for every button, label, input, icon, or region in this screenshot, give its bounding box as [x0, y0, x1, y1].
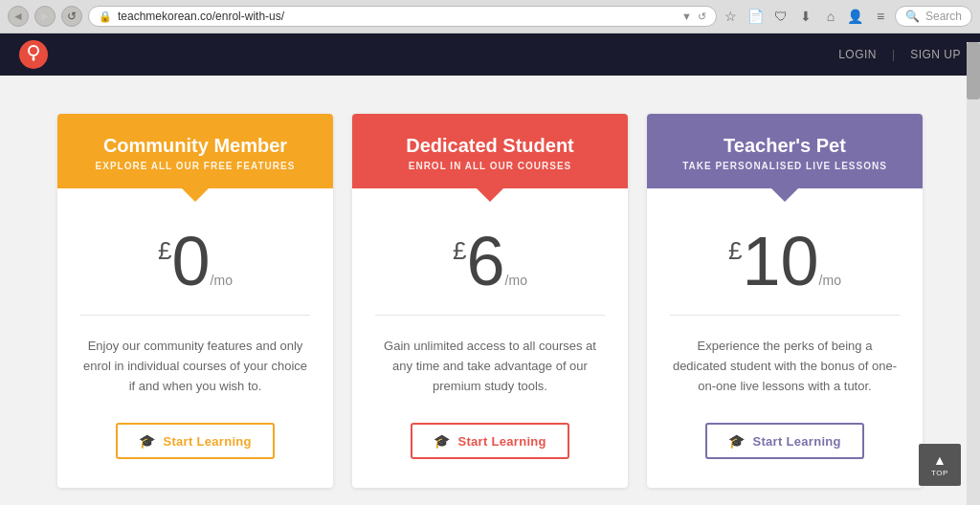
dedicated-currency: £ — [453, 236, 466, 266]
nav-divider: | — [892, 48, 895, 61]
teachers-pet-card: Teacher's Pet TAKE PERSONALISED LIVE LES… — [647, 114, 923, 488]
teachers-pet-header: Teacher's Pet TAKE PERSONALISED LIVE LES… — [647, 114, 923, 188]
teachers-pet-body: £ 10 /mo Experience the perks of being a… — [647, 188, 923, 488]
browser-toolbar: ◄ ► ↺ 🔒 teachmekorean.co/enrol-with-us/ … — [0, 0, 980, 33]
dedicated-subtitle: ENROL IN ALL OUR COURSES — [371, 161, 609, 171]
dedicated-body: £ 6 /mo Gain unlimited access to all cou… — [352, 188, 628, 488]
community-period: /mo — [211, 273, 233, 288]
dedicated-title: Dedicated Student — [371, 135, 609, 157]
community-currency: £ — [158, 236, 171, 266]
teachers-pet-desc: Experience the perks of being a dedicate… — [670, 337, 900, 396]
cap-icon: 🎓 — [139, 433, 155, 449]
community-desc: Enjoy our community features and only en… — [80, 337, 310, 396]
reload-button[interactable]: ↺ — [61, 6, 82, 27]
teachers-pet-subtitle: TAKE PERSONALISED LIVE LESSONS — [666, 161, 903, 171]
dropdown-icon: ▼ — [681, 11, 692, 22]
scrollbar-thumb[interactable] — [967, 42, 980, 99]
teachers-pet-divider — [670, 315, 900, 316]
community-cta-button[interactable]: 🎓 Start Learning — [116, 423, 275, 459]
dedicated-period: /mo — [505, 273, 527, 288]
dedicated-price-row: £ 6 /mo — [453, 227, 527, 296]
search-icon: 🔍 — [905, 10, 920, 23]
download-icon[interactable]: ⬇ — [797, 8, 814, 25]
teachers-pet-price-row: £ 10 /mo — [728, 227, 841, 296]
shield-icon[interactable]: 🛡 — [772, 8, 790, 25]
login-link[interactable]: LOGIN — [838, 48, 877, 61]
community-card: Community Member EXPLORE ALL OUR FREE FE… — [57, 114, 333, 488]
community-divider — [80, 315, 310, 316]
search-bar[interactable]: 🔍 Search — [895, 6, 972, 27]
lock-icon: 🔒 — [99, 11, 112, 23]
site-nav: LOGIN | SIGN UP — [838, 48, 961, 61]
community-title: Community Member — [77, 135, 314, 157]
logo-icon — [19, 40, 48, 69]
browser-icons: ☆ 📄 🛡 ⬇ ⌂ 👤 ≡ — [723, 8, 889, 25]
dedicated-cta-button[interactable]: 🎓 Start Learning — [411, 423, 569, 459]
svg-point-0 — [29, 46, 38, 55]
scroll-label: TOP — [931, 469, 948, 477]
site-header: LOGIN | SIGN UP — [0, 33, 980, 76]
teachers-pet-period: /mo — [819, 273, 841, 288]
cap-icon-2: 🎓 — [434, 433, 450, 449]
teachers-pet-title: Teacher's Pet — [666, 135, 903, 157]
reader-icon[interactable]: 📄 — [747, 8, 765, 25]
cap-icon-3: 🎓 — [728, 433, 745, 449]
signup-link[interactable]: SIGN UP — [910, 48, 961, 61]
site-logo — [19, 40, 48, 69]
dedicated-card: Dedicated Student ENROL IN ALL OUR COURS… — [352, 114, 628, 488]
url-text: teachmekorean.co/enrol-with-us/ — [118, 10, 676, 23]
scroll-arrow-icon: ▲ — [933, 452, 947, 468]
star-icon[interactable]: ☆ — [723, 8, 740, 25]
menu-icon[interactable]: ≡ — [872, 8, 889, 25]
search-placeholder: Search — [925, 10, 962, 23]
profile-icon[interactable]: 👤 — [847, 8, 864, 25]
refresh-icon: ↺ — [698, 11, 706, 23]
teachers-pet-price: 10 — [743, 227, 819, 296]
community-header: Community Member EXPLORE ALL OUR FREE FE… — [57, 114, 333, 188]
community-cta-label: Start Learning — [163, 434, 251, 449]
forward-button[interactable]: ► — [34, 6, 56, 27]
main-content: Community Member EXPLORE ALL OUR FREE FE… — [0, 76, 980, 505]
dedicated-divider — [375, 315, 605, 316]
dedicated-header: Dedicated Student ENROL IN ALL OUR COURS… — [352, 114, 628, 188]
teachers-pet-cta-label: Start Learning — [752, 434, 840, 449]
community-body: £ 0 /mo Enjoy our community features and… — [57, 188, 333, 488]
home-icon[interactable]: ⌂ — [822, 8, 839, 25]
teachers-pet-cta-button[interactable]: 🎓 Start Learning — [705, 423, 864, 459]
dedicated-cta-label: Start Learning — [457, 434, 546, 449]
community-price: 0 — [172, 227, 211, 296]
community-subtitle: EXPLORE ALL OUR FREE FEATURES — [77, 161, 314, 171]
back-button[interactable]: ◄ — [8, 6, 29, 27]
scrollbar-track — [967, 42, 980, 505]
browser-chrome: ◄ ► ↺ 🔒 teachmekorean.co/enrol-with-us/ … — [0, 0, 980, 33]
dedicated-desc: Gain unlimited access to all courses at … — [375, 337, 605, 396]
scroll-to-top-button[interactable]: ▲ TOP — [919, 444, 961, 486]
pricing-grid: Community Member EXPLORE ALL OUR FREE FE… — [57, 114, 923, 488]
address-bar[interactable]: 🔒 teachmekorean.co/enrol-with-us/ ▼ ↺ — [88, 6, 717, 27]
teachers-pet-currency: £ — [728, 236, 742, 266]
dedicated-price: 6 — [467, 227, 505, 296]
community-price-row: £ 0 /mo — [158, 227, 233, 296]
